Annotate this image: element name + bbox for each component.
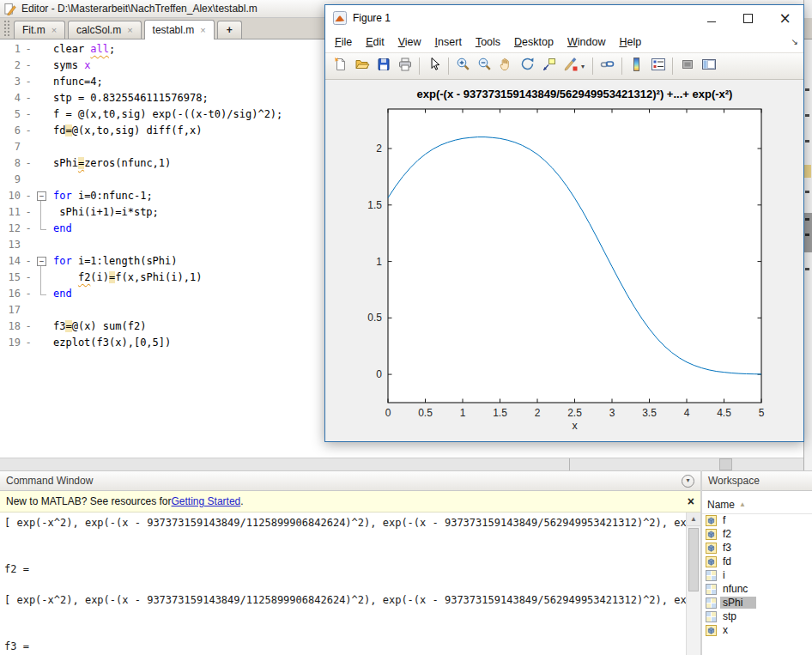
code-text: syms x: [53, 58, 90, 74]
executable-line-marker: -: [21, 123, 36, 139]
command-window-scrollbar[interactable]: ▲: [686, 512, 700, 655]
workspace-item-f[interactable]: f: [702, 513, 812, 527]
code-text: end: [53, 221, 72, 237]
dock-grip[interactable]: [3, 20, 10, 37]
executable-line-marker: -: [21, 58, 36, 74]
tab-calcsol-m[interactable]: calcSol.m×: [68, 21, 141, 39]
pan-button[interactable]: [495, 56, 517, 77]
matlab-figure-icon: [333, 11, 347, 25]
code-fold-column: −: [36, 188, 53, 204]
workspace-name-column-header[interactable]: Name ▲: [702, 495, 812, 514]
toolbar-separator: [672, 58, 673, 75]
zoom-in-button[interactable]: [452, 56, 474, 77]
numeric-array-icon: [706, 584, 717, 595]
command-window-panel: Command Window ▾ New to MATLAB? See reso…: [0, 470, 700, 655]
data-cursor-button[interactable]: [538, 56, 560, 77]
cursor-icon: [427, 57, 442, 76]
figure-titlebar[interactable]: Figure 1 ×: [325, 5, 803, 31]
command-output-area[interactable]: [ exp(-x^2), exp(-(x - 937373159143849/1…: [0, 512, 687, 655]
workspace-item-f3[interactable]: f3: [702, 541, 812, 555]
banner-close-icon[interactable]: ×: [688, 494, 694, 508]
print-button[interactable]: [394, 56, 415, 77]
workspace-item-f2[interactable]: f2: [702, 527, 812, 541]
close-button[interactable]: ×: [767, 5, 803, 31]
scroll-up-arrow-icon[interactable]: ▲: [687, 512, 700, 526]
tab-label: calcSol.m: [76, 24, 121, 36]
tab-new[interactable]: +: [217, 21, 242, 39]
tab-close-icon[interactable]: ×: [52, 25, 57, 35]
panel-menu-chevron-icon[interactable]: ▾: [682, 475, 694, 488]
svg-text:0: 0: [385, 407, 391, 419]
getting-started-link[interactable]: Getting Started: [172, 495, 241, 507]
code-token: ;: [109, 43, 115, 55]
maximize-button[interactable]: [730, 5, 767, 31]
legend-button[interactable]: [647, 56, 669, 77]
matlab-desktop: { "colors": { "keyword": "#0000ff", "cha…: [0, 0, 812, 655]
svg-text:2: 2: [535, 407, 541, 419]
menu-help[interactable]: Help: [612, 36, 648, 48]
workspace-item-stp[interactable]: stp: [702, 610, 812, 623]
show-plot-tools-icon: [701, 57, 717, 76]
tab-fit-m[interactable]: Fit.m×: [14, 21, 65, 39]
menu-file[interactable]: File: [328, 36, 359, 48]
workspace-item-x[interactable]: x: [702, 623, 812, 637]
command-window-title: Command Window: [6, 475, 93, 487]
new-file-button[interactable]: [330, 56, 351, 77]
executable-line-marker: -: [21, 204, 36, 221]
workspace-item-sPhi[interactable]: sPhi: [702, 596, 812, 610]
toolbar-separator: [621, 58, 622, 75]
workspace-item-nfunc[interactable]: nfunc: [702, 582, 812, 596]
open-file-button[interactable]: [351, 56, 373, 77]
editor-scrollbar-fragment[interactable]: [719, 458, 732, 470]
variable-name: sPhi: [720, 597, 756, 609]
brush-button[interactable]: [560, 56, 581, 77]
menu-window[interactable]: Window: [561, 36, 612, 48]
scrollbar-thumb[interactable]: [688, 528, 699, 591]
menu-desktop[interactable]: Desktop: [507, 36, 561, 48]
fold-collapse-icon[interactable]: −: [37, 191, 46, 201]
executable-line-marker: -: [21, 90, 36, 106]
code-token: all: [90, 43, 109, 55]
code-text: clear all;: [53, 41, 115, 58]
code-text: stp = 0.8325546111576978;: [53, 90, 209, 106]
selection-fragment: [804, 213, 812, 252]
rotate-3d-button[interactable]: [517, 56, 538, 77]
svg-text:1: 1: [460, 407, 466, 419]
tab-testabl-m[interactable]: testabl.m×: [144, 20, 215, 39]
numeric-array-icon: [706, 597, 717, 609]
brush-dropdown-caret[interactable]: ▾: [581, 63, 589, 70]
executable-line-marker: -: [21, 318, 36, 335]
executable-line-marker: [21, 237, 36, 253]
hide-plot-tools-button[interactable]: [676, 56, 698, 77]
save-button[interactable]: [373, 56, 394, 77]
show-plot-tools-button[interactable]: [698, 56, 719, 77]
tab-close-icon[interactable]: ×: [200, 25, 205, 35]
fold-collapse-icon[interactable]: −: [37, 257, 46, 266]
figure-menubar: FileEditViewInsertToolsDesktopWindowHelp…: [325, 31, 803, 52]
cursor-button[interactable]: [423, 56, 445, 77]
menu-tools[interactable]: Tools: [469, 36, 507, 48]
code-fold-column: [36, 204, 53, 221]
workspace-item-i[interactable]: i: [702, 568, 812, 582]
svg-text:1.5: 1.5: [367, 199, 382, 211]
link-plot-button[interactable]: [597, 56, 618, 77]
figure-plot[interactable]: 00.511.522.533.544.5500.511.52exp(-(x - …: [325, 80, 802, 440]
code-text: end: [53, 286, 72, 302]
menu-edit[interactable]: Edit: [359, 36, 391, 48]
executable-line-marker: -: [21, 106, 36, 123]
menu-view[interactable]: View: [391, 36, 428, 48]
output-line: f3 =: [4, 639, 687, 654]
print-icon: [397, 57, 413, 76]
workspace-item-fd[interactable]: fd: [702, 555, 812, 568]
dock-figure-icon[interactable]: ↘: [791, 37, 803, 46]
code-token: for: [53, 255, 72, 267]
colorbar-button[interactable]: [626, 56, 647, 77]
rotate-3d-icon: [520, 57, 536, 76]
tab-close-icon[interactable]: ×: [127, 25, 132, 35]
code-fold-column: [36, 139, 53, 155]
minimize-button[interactable]: [693, 5, 730, 31]
banner-text: New to MATLAB? See resources for: [6, 495, 172, 507]
zoom-out-button[interactable]: [474, 56, 495, 77]
line-number: 6: [0, 123, 21, 139]
menu-insert[interactable]: Insert: [428, 36, 469, 48]
